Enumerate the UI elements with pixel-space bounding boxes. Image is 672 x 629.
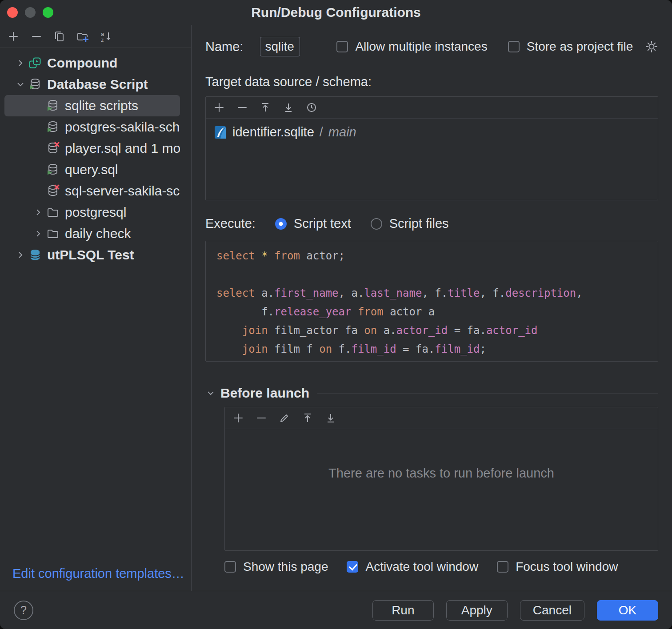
divider — [317, 393, 658, 394]
collapse-chevron-icon[interactable] — [205, 388, 218, 398]
remove-task-icon[interactable] — [255, 412, 268, 424]
db-test-icon — [28, 248, 42, 262]
folder-icon — [46, 206, 60, 219]
checkbox-label: Activate tool window — [365, 560, 478, 574]
help-button[interactable]: ? — [14, 601, 33, 620]
allow-multiple-instances-checkbox[interactable]: Allow multiple instances — [336, 40, 487, 54]
tree-item-daily-check[interactable]: daily check — [4, 223, 180, 244]
config-tree: CompoundDatabase Scriptsqlite scriptspos… — [0, 48, 191, 591]
ok-button[interactable]: OK — [597, 600, 658, 621]
tree-item-label: utPLSQL Test — [47, 247, 134, 263]
remove-data-source-icon[interactable] — [236, 101, 248, 114]
focus-tool-window-checkbox[interactable]: Focus tool window — [497, 560, 618, 574]
before-launch-box: There are no tasks to run before launch — [224, 407, 658, 551]
before-launch-label: Before launch — [220, 386, 309, 401]
edit-task-icon[interactable] — [278, 412, 291, 424]
tree-item-sqlite-scripts[interactable]: sqlite scripts — [4, 95, 180, 116]
tree-item-label: Compound — [47, 56, 117, 71]
db-run-icon — [46, 99, 60, 112]
run-debug-configurations-dialog: Run/Debug Configurations az CompoundData… — [0, 0, 672, 629]
dialog-footer: ? Run Apply Cancel OK — [0, 591, 672, 629]
new-folder-icon[interactable] — [76, 30, 89, 43]
code-line — [216, 265, 658, 284]
copy-configuration-icon[interactable] — [53, 30, 66, 43]
remove-configuration-icon[interactable] — [30, 30, 43, 43]
minimize-window-button[interactable] — [25, 7, 36, 18]
chevron-spacer — [30, 143, 46, 154]
chevron-right-icon[interactable] — [12, 58, 28, 68]
compound-icon — [28, 56, 42, 70]
chevron-spacer — [30, 164, 46, 175]
options-row: Show this page Activate tool window Focu… — [224, 560, 658, 574]
history-clock-icon[interactable] — [305, 101, 318, 114]
tree-item-label: postgresql — [65, 205, 126, 220]
tree-item-query-sql[interactable]: query.sql — [4, 159, 180, 180]
execute-row: Execute: Script text Script files — [205, 216, 658, 231]
checkbox-box — [224, 561, 236, 573]
checkbox-label: Show this page — [243, 560, 328, 574]
move-task-up-icon[interactable] — [301, 412, 314, 424]
store-as-project-file-checkbox[interactable]: Store as project file — [508, 40, 633, 54]
activate-tool-window-checkbox[interactable]: Activate tool window — [347, 560, 478, 574]
data-source-schema: main — [328, 125, 356, 139]
before-launch-toolbar — [225, 407, 658, 429]
svg-text:z: z — [101, 36, 104, 43]
tree-item-label: postgres-sakila-schem — [65, 119, 180, 135]
checkbox-box — [347, 561, 358, 573]
tree-item-postgresql[interactable]: postgresql — [4, 202, 180, 223]
db-error-icon — [46, 142, 60, 155]
show-this-page-checkbox[interactable]: Show this page — [224, 560, 328, 574]
script-files-radio[interactable]: Script files — [371, 216, 449, 231]
tree-item-player-sql-and-1-more[interactable]: player.sql and 1 more ( — [4, 138, 180, 159]
titlebar: Run/Debug Configurations — [0, 0, 672, 25]
tree-item-label: player.sql and 1 more ( — [65, 141, 180, 156]
tree-item-label: query.sql — [65, 162, 118, 177]
tree-item-compound[interactable]: Compound — [4, 52, 180, 74]
configuration-panel: Name: Allow multiple instances Store as … — [192, 25, 672, 591]
sql-script-editor[interactable]: select * from actor; select a.first_name… — [205, 241, 658, 362]
run-button[interactable]: Run — [372, 600, 434, 621]
sqlite-file-icon — [213, 125, 227, 139]
tree-item-postgres-sakila-schem[interactable]: postgres-sakila-schem — [4, 116, 180, 138]
chevron-right-icon[interactable] — [12, 250, 28, 260]
target-toolbar — [206, 97, 658, 119]
chevron-right-icon[interactable] — [30, 207, 46, 218]
name-input[interactable] — [260, 37, 300, 56]
data-source-item[interactable]: identifier.sqlite / main — [206, 119, 658, 139]
chevron-spacer — [30, 186, 46, 196]
close-window-button[interactable] — [7, 7, 18, 18]
move-task-down-icon[interactable] — [324, 412, 337, 424]
db-run-icon — [28, 78, 42, 91]
tree-item-label: Database Script — [47, 77, 148, 92]
apply-button[interactable]: Apply — [446, 600, 508, 621]
radio-circle — [275, 218, 287, 230]
data-source-separator: / — [320, 125, 323, 139]
chevron-right-icon[interactable] — [30, 228, 46, 239]
radio-label: Script text — [294, 216, 351, 231]
db-run-icon — [46, 120, 60, 134]
tree-item-label: daily check — [65, 226, 131, 241]
sort-alphabetically-icon[interactable]: az — [100, 30, 112, 43]
tree-item-database-script[interactable]: Database Script — [4, 74, 180, 95]
tree-item-sql-server-sakila-sche[interactable]: sql-server-sakila-sche — [4, 180, 180, 202]
add-data-source-icon[interactable] — [213, 101, 225, 114]
chevron-down-icon[interactable] — [12, 79, 28, 90]
code-line: f.release_year from actor a — [216, 303, 658, 321]
cancel-button[interactable]: Cancel — [520, 600, 584, 621]
move-up-icon[interactable] — [259, 101, 272, 114]
name-label: Name: — [205, 40, 243, 54]
checkbox-box — [497, 561, 508, 573]
script-text-radio[interactable]: Script text — [275, 216, 351, 231]
sidebar: az CompoundDatabase Scriptsqlite scripts… — [0, 25, 192, 591]
radio-circle — [371, 218, 382, 230]
settings-gear-icon[interactable] — [645, 40, 658, 53]
zoom-window-button[interactable] — [43, 7, 53, 18]
add-task-icon[interactable] — [232, 412, 244, 424]
tree-item-utplsql-test[interactable]: utPLSQL Test — [4, 244, 180, 266]
edit-templates-link[interactable]: Edit configuration templates… — [12, 566, 184, 581]
checkbox-label: Store as project file — [527, 40, 633, 54]
code-line: join film_actor fa on a.actor_id = fa.ac… — [216, 321, 658, 340]
add-configuration-icon[interactable] — [7, 30, 20, 43]
window-title: Run/Debug Configurations — [0, 0, 672, 25]
move-down-icon[interactable] — [282, 101, 295, 114]
